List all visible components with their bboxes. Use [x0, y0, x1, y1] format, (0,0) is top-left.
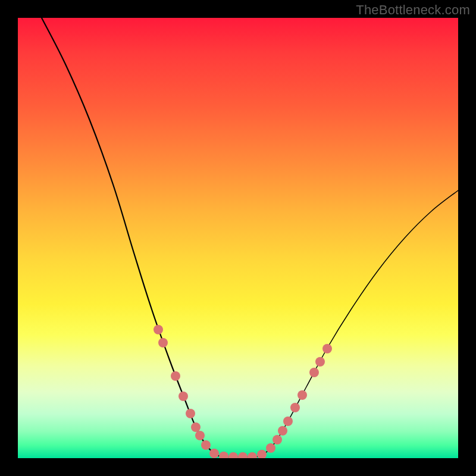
- data-marker: [273, 435, 282, 444]
- curve-layer: [42, 18, 458, 457]
- data-marker: [171, 371, 180, 381]
- data-marker: [257, 450, 267, 458]
- data-marker: [309, 368, 319, 377]
- data-marker: [248, 452, 257, 458]
- data-marker: [191, 422, 201, 432]
- watermark-text: TheBottleneck.com: [356, 2, 470, 18]
- data-marker: [238, 452, 248, 458]
- data-marker: [228, 452, 238, 458]
- data-marker: [201, 440, 211, 450]
- data-marker: [278, 426, 287, 436]
- data-marker: [283, 416, 293, 426]
- data-marker: [315, 357, 325, 367]
- data-marker: [209, 449, 219, 458]
- series-left-curve: [42, 18, 226, 457]
- data-marker: [186, 409, 195, 418]
- plot-area: [18, 18, 458, 458]
- data-marker: [290, 403, 300, 412]
- data-marker: [195, 431, 205, 440]
- data-marker: [322, 344, 332, 353]
- chart-frame: TheBottleneck.com: [0, 0, 476, 476]
- marker-layer: [154, 325, 332, 458]
- data-marker: [219, 452, 228, 458]
- data-marker: [154, 325, 163, 334]
- data-marker: [178, 392, 188, 401]
- data-marker: [266, 443, 275, 453]
- chart-svg: [18, 18, 458, 458]
- data-marker: [158, 338, 168, 347]
- data-marker: [298, 390, 307, 400]
